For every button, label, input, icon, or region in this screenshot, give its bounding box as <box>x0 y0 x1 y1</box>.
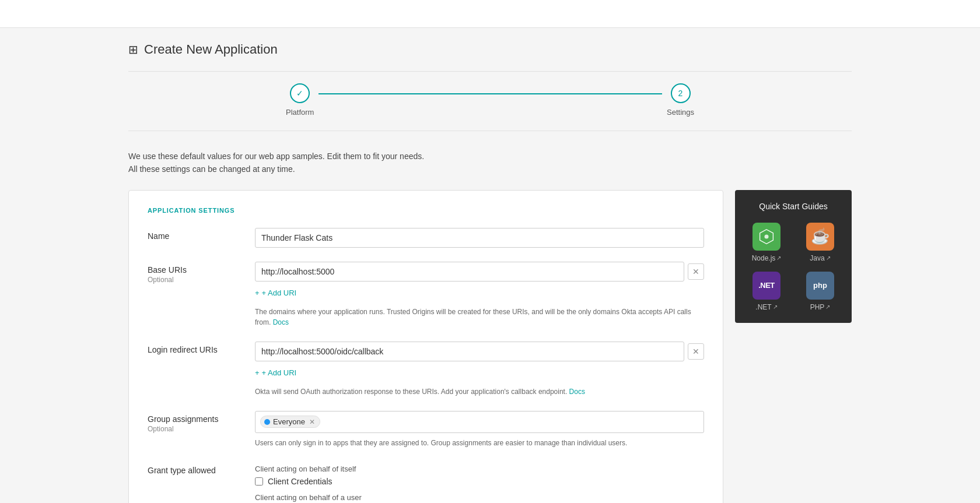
quick-start-nodejs[interactable]: Node.js ↗ <box>752 223 782 262</box>
name-input[interactable] <box>255 228 704 248</box>
stepper-line <box>318 93 662 94</box>
client-credentials-checkbox[interactable] <box>255 477 263 486</box>
login-redirect-row: Login redirect URIs ✕ + + Add URI Okta w… <box>148 342 704 397</box>
client-credentials-label: Client Credentials <box>268 477 332 486</box>
page-title: Create New Application <box>144 42 278 57</box>
intro-text: We use these default values for our web … <box>128 150 852 176</box>
nodejs-icon <box>752 223 780 251</box>
grant-type-label: Grant type allowed <box>148 466 241 475</box>
quick-start-panel: Quick Start Guides Node.js ↗ <box>735 190 852 323</box>
step2-number: 2 <box>678 89 683 98</box>
step1-label: Platform <box>286 108 314 117</box>
base-uri-row: ✕ <box>255 262 704 282</box>
intro-line1: We use these default values for our web … <box>128 150 852 163</box>
login-redirect-label: Login redirect URIs <box>148 345 241 354</box>
login-redirect-add-button[interactable]: + + Add URI <box>255 366 296 379</box>
step2-circle: 2 <box>671 83 691 103</box>
client-acting-label: Client acting on behalf of itself <box>255 465 704 473</box>
grant-type-row: Grant type allowed Client acting on beha… <box>148 462 704 503</box>
base-uris-docs-link[interactable]: Docs <box>273 318 289 326</box>
base-uri-add-button[interactable]: + + Add URI <box>255 286 296 300</box>
client-acting-user-label: Client acting on behalf of a user <box>255 493 704 502</box>
group-assignments-sublabel: Optional <box>148 425 241 433</box>
grant-type-label-col: Grant type allowed <box>148 462 241 475</box>
main-content: ⊞ Create New Application ✓ Platform <box>0 28 980 503</box>
step1-circle: ✓ <box>290 83 310 103</box>
grant-type-control-col: Client acting on behalf of itself Client… <box>255 462 704 503</box>
name-label: Name <box>148 231 241 241</box>
quick-start-java[interactable]: ☕ Java ↗ <box>806 223 834 262</box>
login-redirect-control-col: ✕ + + Add URI Okta will send OAuth autho… <box>255 342 704 397</box>
login-redirect-help: Okta will send OAuth authorization respo… <box>255 386 704 397</box>
quick-start-grid: Node.js ↗ ☕ Java ↗ .NET <box>744 223 842 311</box>
php-label: PHP ↗ <box>810 303 831 311</box>
java-label: Java ↗ <box>810 254 830 262</box>
quick-start-dotnet[interactable]: .NET .NET ↗ <box>752 272 780 311</box>
step2-label: Settings <box>667 108 694 117</box>
login-redirect-label-col: Login redirect URIs <box>148 342 241 354</box>
nodejs-external-icon: ↗ <box>776 255 781 261</box>
header-divider <box>128 71 852 72</box>
stepper: ✓ Platform 2 Settings <box>286 83 694 117</box>
dotnet-label: .NET ↗ <box>755 303 777 311</box>
login-redirect-input[interactable] <box>255 342 684 361</box>
form-card: APPLICATION SETTINGS Name Base URIs Opti… <box>128 190 723 503</box>
quick-start-php[interactable]: php PHP ↗ <box>806 272 834 311</box>
login-redirect-clear-button[interactable]: ✕ <box>688 343 704 360</box>
step1-symbol: ✓ <box>296 89 303 98</box>
login-add-label: + Add URI <box>262 368 297 377</box>
group-assignments-label-col: Group assignments Optional <box>148 411 241 433</box>
everyone-chip[interactable]: Everyone ✕ <box>260 416 320 428</box>
php-external-icon: ↗ <box>825 304 830 310</box>
page-wrapper: ⊞ Create New Application ✓ Platform <box>0 0 980 503</box>
group-assignments-label: Group assignments <box>148 414 241 424</box>
stepper-container: ✓ Platform 2 Settings <box>128 83 852 131</box>
quick-start-title: Quick Start Guides <box>744 202 842 211</box>
section-title: APPLICATION SETTINGS <box>148 207 704 214</box>
name-row: Name <box>148 228 704 248</box>
nodejs-label: Node.js ↗ <box>752 254 782 262</box>
content-layout: APPLICATION SETTINGS Name Base URIs Opti… <box>128 190 852 503</box>
group-assignments-control-col: Everyone ✕ Users can only sign in to app… <box>255 411 704 448</box>
group-assignments-chips[interactable]: Everyone ✕ <box>255 411 704 433</box>
base-uris-label-col: Base URIs Optional <box>148 262 241 284</box>
add-uri-label: + Add URI <box>262 289 297 297</box>
dotnet-external-icon: ↗ <box>773 304 778 310</box>
group-assignments-help: Users can only sign in to apps that they… <box>255 438 704 448</box>
svg-point-1 <box>765 234 769 238</box>
java-external-icon: ↗ <box>826 255 831 261</box>
name-label-col: Name <box>148 228 241 241</box>
group-assignments-row: Group assignments Optional Everyone ✕ Us… <box>148 411 704 448</box>
base-uri-input[interactable] <box>255 262 684 282</box>
java-icon: ☕ <box>806 223 834 251</box>
top-bar <box>0 0 980 28</box>
php-icon: php <box>806 272 834 300</box>
base-uris-row: Base URIs Optional ✕ + + Add URI <box>148 262 704 328</box>
step-platform: ✓ Platform <box>286 83 314 117</box>
everyone-chip-dot <box>264 419 270 425</box>
login-redirect-uri-row: ✕ <box>255 342 704 361</box>
everyone-chip-remove[interactable]: ✕ <box>309 418 315 425</box>
everyone-chip-label: Everyone <box>273 417 305 426</box>
dotnet-icon: .NET <box>752 272 780 300</box>
page-header: ⊞ Create New Application <box>128 42 852 57</box>
add-uri-plus-icon: + <box>255 289 260 297</box>
app-grid-icon: ⊞ <box>128 43 138 57</box>
base-uris-help: The domains where your application runs.… <box>255 307 704 328</box>
base-uris-sublabel: Optional <box>148 276 241 284</box>
client-credentials-row: Client Credentials <box>255 477 704 486</box>
step-settings: 2 Settings <box>667 83 694 117</box>
base-uris-label: Base URIs <box>148 265 241 275</box>
login-add-plus-icon: + <box>255 368 260 377</box>
intro-line2: All these settings can be changed at any… <box>128 163 852 175</box>
login-redirect-docs-link[interactable]: Docs <box>569 388 585 396</box>
base-uri-clear-button[interactable]: ✕ <box>688 263 704 280</box>
base-uris-control-col: ✕ + + Add URI The domains where your app… <box>255 262 704 328</box>
name-control-col <box>255 228 704 248</box>
